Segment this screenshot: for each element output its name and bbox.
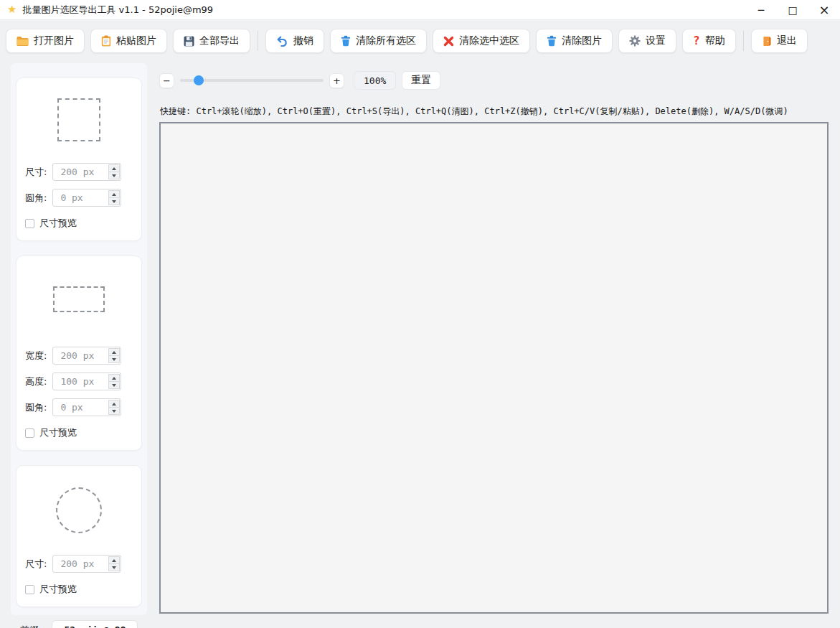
rect-width-spin-down-button[interactable] xyxy=(108,355,120,363)
rect-size-preview-checkbox[interactable] xyxy=(25,428,34,438)
square-size-row: 尺寸: xyxy=(16,163,141,181)
open-image-button[interactable]: 打开图片 xyxy=(6,29,85,53)
exit-door-icon xyxy=(762,36,772,47)
sidebar: 尺寸: 圆角: xyxy=(11,63,147,615)
zoom-controls: − + 100% 重置 xyxy=(159,71,440,90)
exit-button[interactable]: 退出 xyxy=(751,29,808,53)
image-canvas[interactable] xyxy=(159,122,829,614)
circle-shape-preview xyxy=(56,487,102,533)
circle-selection-panel: 尺寸: 尺寸预览 xyxy=(16,465,142,607)
circle-size-field xyxy=(52,555,121,573)
question-icon: ? xyxy=(693,35,700,47)
undo-button[interactable]: 撤销 xyxy=(265,29,324,53)
open-image-label: 打开图片 xyxy=(34,34,74,47)
square-size-spin-up-button[interactable] xyxy=(108,164,120,172)
titlebar: ★ 批量图片选区导出工具 v1.1 - 52pojie@m99 ─ □ × xyxy=(0,0,840,20)
rect-height-field xyxy=(52,372,121,390)
square-size-preview-label: 尺寸预览 xyxy=(39,217,77,230)
rect-radius-input[interactable] xyxy=(53,399,108,416)
arrow-down-icon xyxy=(112,384,116,387)
rect-preview-row: 尺寸预览 xyxy=(25,426,141,439)
square-radius-input[interactable] xyxy=(53,189,108,206)
circle-size-preview-checkbox[interactable] xyxy=(25,585,34,594)
zoom-out-button[interactable]: − xyxy=(159,73,174,88)
square-radius-field xyxy=(52,189,121,207)
settings-button[interactable]: 设置 xyxy=(618,29,676,53)
arrow-down-icon xyxy=(112,358,116,361)
maximize-button[interactable]: □ xyxy=(777,0,808,19)
undo-icon xyxy=(276,36,288,47)
arrow-up-icon xyxy=(112,559,116,562)
arrow-down-icon xyxy=(112,566,116,569)
rect-radius-spin-down-button[interactable] xyxy=(108,407,120,415)
square-size-spinner xyxy=(108,164,120,179)
clear-selected-selection-label: 清除选中选区 xyxy=(459,34,519,47)
help-button[interactable]: ? 帮助 xyxy=(682,29,736,53)
clear-all-selections-button[interactable]: 清除所有选区 xyxy=(330,29,427,53)
rect-width-spin-up-button[interactable] xyxy=(108,348,120,355)
square-size-input[interactable] xyxy=(53,164,108,180)
rect-width-spinner xyxy=(108,348,120,363)
paste-image-label: 粘贴图片 xyxy=(116,34,156,47)
arrow-up-icon xyxy=(112,167,116,170)
trash-icon xyxy=(341,35,351,47)
close-button[interactable]: × xyxy=(808,0,840,19)
minimize-button[interactable]: ─ xyxy=(745,0,777,19)
clipboard-icon xyxy=(101,35,111,47)
circle-size-input[interactable] xyxy=(53,556,108,572)
square-size-field xyxy=(52,163,121,181)
arrow-down-icon xyxy=(112,174,116,177)
arrow-down-icon xyxy=(112,200,116,203)
circle-size-spin-down-button[interactable] xyxy=(108,563,120,571)
square-shape-preview xyxy=(57,98,100,141)
rect-radius-field xyxy=(52,398,121,416)
rect-width-label: 宽度: xyxy=(25,350,47,362)
rect-height-row: 高度: xyxy=(16,372,141,390)
exit-label: 退出 xyxy=(777,34,797,47)
red-x-icon xyxy=(443,36,454,47)
clear-image-label: 清除图片 xyxy=(562,34,602,47)
rect-height-spinner xyxy=(108,374,120,389)
zoom-slider-thumb[interactable] xyxy=(194,75,204,85)
rect-height-spin-down-button[interactable] xyxy=(108,381,120,389)
toolbar-separator xyxy=(258,31,258,51)
circle-size-spinner xyxy=(108,556,120,571)
gear-icon xyxy=(629,35,641,47)
toolbar: 打开图片 粘贴图片 全部导出 撤销 清除所有选区 xyxy=(0,21,840,61)
prefix-row: 前缀: xyxy=(20,620,147,628)
paste-image-button[interactable]: 粘贴图片 xyxy=(90,29,167,53)
circle-preview-row: 尺寸预览 xyxy=(25,583,141,596)
rect-width-input[interactable] xyxy=(53,347,108,364)
folder-icon xyxy=(16,36,29,46)
close-icon: × xyxy=(818,2,829,17)
square-selection-panel: 尺寸: 圆角: xyxy=(16,78,142,241)
rect-radius-spinner xyxy=(108,400,120,415)
circle-size-row: 尺寸: xyxy=(16,555,141,573)
clear-selected-selection-button[interactable]: 清除选中选区 xyxy=(433,29,530,53)
clear-all-selections-label: 清除所有选区 xyxy=(356,34,416,47)
help-label: 帮助 xyxy=(705,34,725,47)
zoom-level-display: 100% xyxy=(354,71,396,90)
circle-size-label: 尺寸: xyxy=(25,558,47,571)
square-size-preview-checkbox[interactable] xyxy=(25,219,34,228)
zoom-in-button[interactable]: + xyxy=(329,73,344,88)
zoom-slider[interactable] xyxy=(180,75,324,85)
circle-size-spin-up-button[interactable] xyxy=(108,556,120,563)
square-size-spin-down-button[interactable] xyxy=(108,172,120,179)
arrow-up-icon xyxy=(112,377,116,380)
export-all-button[interactable]: 全部导出 xyxy=(173,29,250,53)
rect-radius-row: 圆角: xyxy=(16,398,141,416)
square-radius-spin-up-button[interactable] xyxy=(108,190,120,197)
maximize-icon: □ xyxy=(788,4,797,16)
prefix-input[interactable] xyxy=(52,620,138,628)
circle-size-preview-label: 尺寸预览 xyxy=(39,583,77,596)
rect-height-input[interactable] xyxy=(53,373,108,390)
clear-image-button[interactable]: 清除图片 xyxy=(536,29,613,53)
rectangle-shape-preview xyxy=(53,286,105,312)
zoom-reset-button[interactable]: 重置 xyxy=(402,71,440,90)
rect-radius-spin-up-button[interactable] xyxy=(108,400,120,407)
export-all-label: 全部导出 xyxy=(199,34,240,47)
prefix-label: 前缀: xyxy=(20,624,42,628)
square-radius-spin-down-button[interactable] xyxy=(108,197,120,205)
rect-height-spin-up-button[interactable] xyxy=(108,374,120,381)
